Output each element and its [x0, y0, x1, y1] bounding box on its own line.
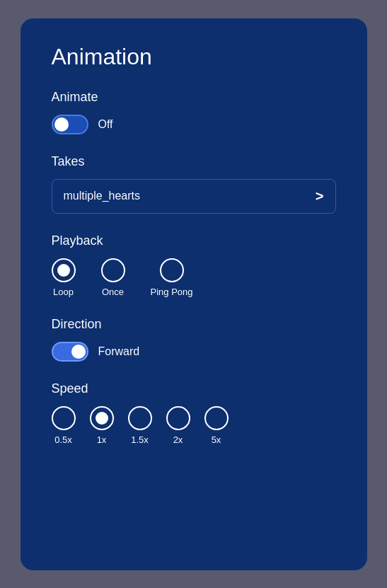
- playback-once-label: Once: [102, 287, 124, 297]
- animation-panel: Animation Animate Off Takes multiple_hea…: [21, 18, 367, 570]
- speed-0.5x-option[interactable]: 0.5x: [52, 406, 76, 445]
- direction-toggle-row: Forward: [52, 342, 336, 362]
- speed-5x-circle: [204, 406, 229, 430]
- speed-1.5x-option[interactable]: 1.5x: [128, 406, 152, 445]
- animate-toggle-knob: [54, 117, 69, 132]
- direction-state-label: Forward: [98, 345, 140, 358]
- speed-5x-option[interactable]: 5x: [204, 406, 229, 445]
- speed-2x-label: 2x: [173, 434, 183, 445]
- speed-1x-label: 1x: [97, 434, 107, 445]
- speed-0.5x-label: 0.5x: [54, 434, 72, 445]
- speed-section: Speed 0.5x 1x 1.5x 2x 5x: [52, 381, 336, 445]
- animate-toggle[interactable]: [52, 115, 88, 134]
- speed-0.5x-circle: [52, 406, 76, 430]
- animate-state-label: Off: [98, 118, 113, 131]
- animate-section: Animate Off: [52, 90, 336, 134]
- takes-value: multiple_hearts: [64, 190, 141, 202]
- playback-pingpong-label: Ping Pong: [151, 287, 193, 297]
- speed-2x-circle: [166, 406, 190, 430]
- page-title: Animation: [52, 44, 336, 70]
- speed-2x-option[interactable]: 2x: [166, 406, 190, 445]
- animate-label: Animate: [52, 90, 336, 105]
- speed-label: Speed: [52, 381, 336, 396]
- playback-label: Playback: [52, 234, 336, 248]
- speed-radio-group: 0.5x 1x 1.5x 2x 5x: [52, 406, 336, 445]
- playback-section: Playback Loop Once Ping Pong: [52, 234, 336, 297]
- takes-row[interactable]: multiple_hearts >: [52, 179, 336, 214]
- speed-1.5x-circle: [128, 406, 152, 430]
- speed-5x-label: 5x: [212, 434, 221, 445]
- takes-chevron-icon: >: [316, 188, 324, 204]
- animate-toggle-row: Off: [52, 115, 336, 134]
- playback-radio-group: Loop Once Ping Pong: [52, 258, 336, 297]
- playback-once-circle: [101, 258, 125, 282]
- direction-section: Direction Forward: [52, 317, 336, 362]
- takes-section: Takes multiple_hearts >: [52, 154, 336, 214]
- playback-once-option[interactable]: Once: [101, 258, 125, 297]
- speed-1x-option[interactable]: 1x: [90, 406, 114, 445]
- playback-loop-option[interactable]: Loop: [52, 258, 76, 297]
- direction-toggle-knob: [71, 345, 86, 359]
- speed-1x-circle: [90, 406, 114, 430]
- speed-1.5x-label: 1.5x: [131, 434, 149, 445]
- direction-toggle[interactable]: [52, 342, 88, 362]
- playback-pingpong-circle: [160, 258, 184, 282]
- playback-loop-label: Loop: [53, 287, 74, 297]
- direction-label: Direction: [52, 317, 336, 332]
- takes-label: Takes: [52, 154, 336, 169]
- playback-pingpong-option[interactable]: Ping Pong: [151, 258, 193, 297]
- playback-loop-circle: [52, 258, 76, 282]
